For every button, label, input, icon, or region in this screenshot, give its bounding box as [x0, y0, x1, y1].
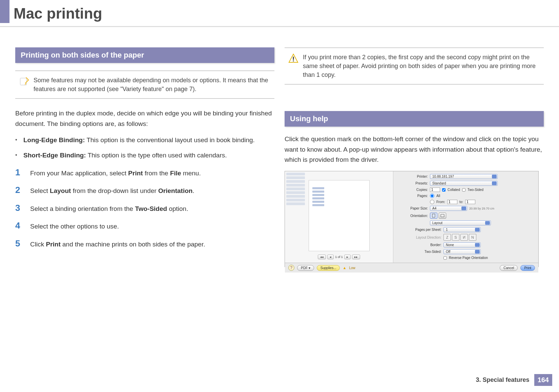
step-4: 4 Select the other options to use.	[15, 220, 274, 232]
note-text: Some features may not be available depen…	[34, 76, 271, 93]
help-button[interactable]: ?	[288, 265, 294, 271]
paper-size-select[interactable]: A4	[430, 206, 467, 211]
presets-label: Presets:	[397, 181, 428, 185]
layout-dir-3[interactable]: И	[460, 234, 468, 241]
cancel-button[interactable]: Cancel	[500, 265, 518, 271]
bullet-dot: •	[15, 150, 19, 160]
section-heading-help: Using help	[285, 111, 544, 127]
to-input[interactable]	[465, 200, 475, 204]
header-divider	[0, 26, 559, 27]
pages-per-sheet-label: Pages per Sheet:	[397, 228, 441, 232]
pager-last-button[interactable]: ▸▸	[352, 255, 360, 259]
paper-dim-label: 20.99 by 29.70 cm	[469, 207, 494, 210]
two-sided-checkbox[interactable]	[462, 188, 465, 192]
pages-per-sheet-select[interactable]: 1	[443, 227, 481, 232]
step-number: 2	[15, 185, 23, 195]
step-number: 3	[15, 203, 23, 213]
border-select[interactable]: None	[443, 242, 481, 247]
pages-from-label: From:	[436, 200, 445, 204]
layout-dir-1[interactable]: Z	[443, 234, 451, 241]
page-footer: 3. Special features 164	[476, 374, 552, 386]
printer-select[interactable]: 10.88.181.197	[430, 174, 498, 179]
ghost-sidebar	[286, 173, 305, 252]
svg-rect-1	[293, 57, 294, 60]
page-title: Mac printing	[14, 3, 559, 22]
collated-label: Collated	[448, 188, 460, 192]
bullet-desc: This option is the type often used with …	[86, 152, 227, 159]
right-column: If you print more than 2 copies, the fir…	[280, 47, 549, 267]
layout-dropdown[interactable]: Layout	[430, 220, 491, 225]
pager: ◂◂ ◂ 1 of 1 ▸ ▸▸	[318, 255, 360, 259]
supplies-button[interactable]: Supplies...	[317, 265, 340, 271]
pages-all-radio[interactable]	[430, 194, 434, 198]
from-input[interactable]	[447, 200, 457, 204]
pager-next-button[interactable]: ▸	[344, 255, 351, 259]
layout-dir-4[interactable]: N	[469, 234, 476, 241]
border-label: Border:	[397, 243, 441, 247]
content-columns: Printing on both sides of the paper Some…	[0, 34, 559, 267]
page-number: 164	[534, 374, 552, 386]
step-1: 1 From your Mac application, select Prin…	[15, 167, 274, 178]
reverse-label: Reverse Page Orientation	[449, 256, 488, 260]
pager-first-button[interactable]: ◂◂	[318, 255, 326, 259]
header-accent-bar	[0, 0, 9, 23]
orientation-portrait-button[interactable]	[430, 213, 437, 219]
low-label: Low	[349, 266, 355, 270]
pages-label: Pages:	[397, 194, 428, 198]
left-column: Printing on both sides of the paper Some…	[10, 47, 280, 267]
two-sided-label: Two-Sided:	[397, 250, 441, 254]
step-2: 2 Select Layout from the drop-down list …	[15, 185, 274, 196]
presets-select[interactable]: Standard	[430, 181, 498, 186]
collated-checkbox[interactable]	[442, 188, 446, 192]
warning-text: If you print more than 2 copies, the fir…	[303, 53, 540, 79]
pdf-button[interactable]: PDF ▾	[297, 265, 314, 271]
pager-prev-button[interactable]: ◂	[327, 255, 334, 259]
step-text: Select the other options to use.	[30, 222, 119, 232]
print-button[interactable]: Print	[520, 265, 535, 271]
step-text: Select Layout from the drop-down list un…	[30, 186, 194, 196]
step-3: 3 Select a binding orientation from the …	[15, 203, 274, 214]
footer-chapter-label: 3. Special features	[476, 376, 530, 384]
layout-direction-buttons: Z S И N	[443, 234, 476, 241]
bullet-short-edge: • Short-Edge Binding: This option is the…	[15, 150, 274, 160]
orientation-label: Orientation:	[397, 214, 428, 218]
bullet-dot: •	[15, 135, 19, 145]
bullet-desc: This option is the conventional layout u…	[85, 136, 255, 144]
step-text: Click Print and the machine prints on bo…	[30, 240, 205, 249]
bullet-text: Short-Edge Binding: This option is the t…	[23, 150, 227, 160]
printer-label: Printer:	[397, 175, 428, 178]
step-5: 5 Click Print and the machine prints on …	[15, 238, 274, 249]
bullet-label: Long-Edge Binding:	[23, 136, 85, 144]
pages-from-radio[interactable]	[430, 200, 434, 204]
warning-box: If you print more than 2 copies, the fir…	[285, 47, 544, 85]
orientation-landscape-button[interactable]	[439, 213, 446, 219]
svg-rect-3	[432, 214, 435, 217]
preview-pane: ◂◂ ◂ 1 of 1 ▸ ▸▸	[285, 171, 393, 263]
bullet-text: Long-Edge Binding: This option is the co…	[23, 135, 255, 145]
print-dialog-screenshot: ◂◂ ◂ 1 of 1 ▸ ▸▸ Printer: 10.88.181.197 …	[285, 171, 539, 267]
layout-direction-label: Layout Direction:	[397, 236, 441, 239]
section-heading-duplex: Printing on both sides of the paper	[15, 47, 274, 63]
settings-pane: Printer: 10.88.181.197 Presets: Standard…	[393, 171, 538, 263]
copies-label: Copies:	[397, 188, 428, 192]
page-header: Mac printing	[0, 0, 559, 34]
pager-label: 1 of 1	[335, 255, 343, 259]
two-sided-select[interactable]: Off	[443, 249, 481, 254]
step-number: 5	[15, 238, 23, 249]
step-number: 1	[15, 167, 23, 178]
low-warning-icon: ▲	[343, 266, 346, 270]
duplex-intro: Before printing in the duplex mode, deci…	[15, 108, 274, 129]
layout-dir-2[interactable]: S	[452, 234, 459, 241]
step-list: 1 From your Mac application, select Prin…	[15, 167, 274, 249]
reverse-checkbox[interactable]	[443, 256, 447, 260]
step-text: Select a binding orientation from the Tw…	[30, 204, 188, 214]
pages-to-label: to:	[459, 200, 463, 204]
preview-sheet	[309, 180, 370, 251]
step-text: From your Mac application, select Print …	[30, 169, 201, 178]
copies-input[interactable]	[430, 188, 440, 192]
bullet-label: Short-Edge Binding:	[23, 152, 86, 159]
svg-rect-4	[441, 214, 444, 217]
dialog-footer: ? PDF ▾ Supplies... ▲ Low Cancel Print	[285, 263, 538, 273]
note-box: Some features may not be available depen…	[15, 70, 274, 99]
help-paragraph: Click the question mark on the bottom-le…	[285, 134, 544, 165]
